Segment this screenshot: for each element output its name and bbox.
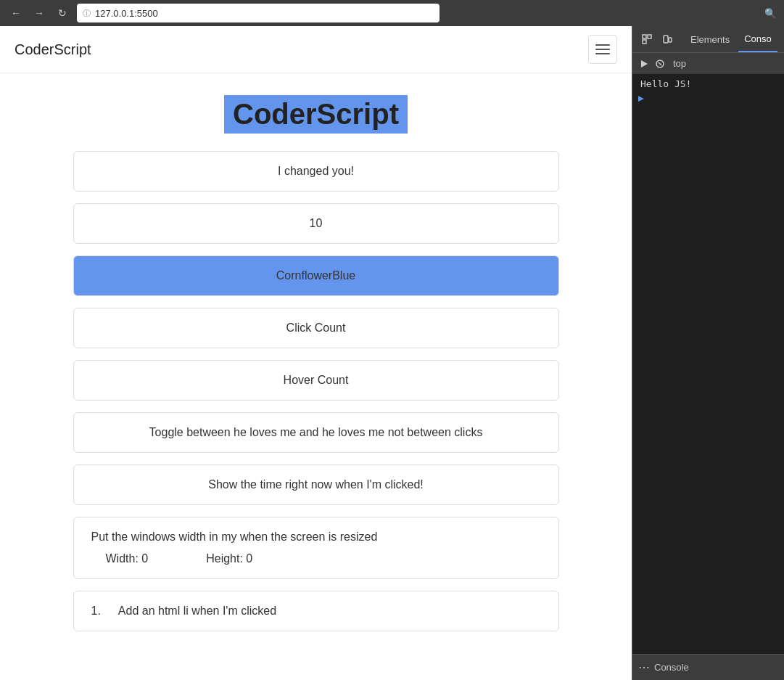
- hover-count-card[interactable]: Hover Count: [73, 360, 559, 401]
- svg-rect-1: [648, 35, 651, 38]
- browser-chrome: ← → ↻ ⓘ 127.0.0.1:5500 🔍: [0, 0, 784, 26]
- devtools-tab-icons: [638, 30, 676, 48]
- color-card[interactable]: CornflowerBlue: [73, 255, 559, 296]
- devtools-tabs: Elements Conso: [632, 26, 784, 52]
- resize-heading: Put the windows width in my when the scr…: [91, 531, 541, 544]
- top-label: top: [673, 58, 686, 69]
- hamburger-button[interactable]: [588, 35, 617, 64]
- svg-rect-0: [643, 35, 646, 38]
- hamburger-line-1: [595, 44, 610, 46]
- svg-rect-2: [643, 40, 646, 44]
- stop-button[interactable]: [654, 58, 666, 70]
- device-toggle-button[interactable]: [659, 30, 676, 48]
- inspect-element-button[interactable]: [638, 30, 656, 48]
- hamburger-line-3: [595, 53, 610, 54]
- url-text: 127.0.0.1:5500: [95, 8, 158, 19]
- click-count-card[interactable]: Click Count: [73, 308, 559, 348]
- navbar: CoderScript: [0, 26, 632, 73]
- console-caret-icon: ▸: [638, 92, 643, 104]
- browser-content: CoderScript CoderScript I changed you! 1…: [0, 26, 632, 680]
- devtools-panel: Elements Conso top He: [632, 26, 784, 680]
- time-card-content: Show the time right now when I'm clicked…: [208, 478, 424, 491]
- hover-count-content: Hover Count: [284, 374, 349, 386]
- address-bar[interactable]: ⓘ 127.0.0.1:5500: [77, 4, 440, 22]
- text-card-content: I changed you!: [278, 165, 354, 177]
- search-button[interactable]: 🔍: [764, 8, 777, 19]
- number-card-content: 10: [310, 217, 323, 229]
- page-body: CoderScript I changed you! 10 Cornflower…: [0, 73, 632, 665]
- height-value: Height: 0: [206, 552, 252, 565]
- color-card-content: CornflowerBlue: [276, 269, 355, 282]
- time-card[interactable]: Show the time right now when I'm clicked…: [73, 464, 559, 505]
- svg-rect-4: [669, 38, 672, 42]
- forward-button[interactable]: →: [30, 4, 48, 22]
- console-output: Hello JS!: [632, 77, 784, 91]
- reload-button[interactable]: ↻: [54, 4, 71, 22]
- text-card[interactable]: I changed you!: [73, 151, 559, 192]
- console-tab[interactable]: Conso: [738, 26, 777, 52]
- list-card-content: Add an html li when I'm clicked: [118, 605, 276, 618]
- toggle-card-content: Toggle between he loves me and he loves …: [149, 426, 483, 438]
- page-title: CoderScript: [224, 95, 408, 134]
- svg-rect-3: [664, 36, 668, 43]
- devtools-bottom-bar: ⋯ Console: [632, 654, 784, 680]
- more-options-button[interactable]: ⋯: [638, 660, 650, 674]
- list-card[interactable]: 1. Add an html li when I'm clicked: [73, 591, 559, 631]
- hamburger-line-2: [595, 49, 610, 50]
- resize-values: Width: 0 Height: 0: [91, 552, 541, 565]
- console-label: Console: [654, 662, 689, 673]
- play-button[interactable]: [638, 58, 650, 70]
- main-layout: CoderScript CoderScript I changed you! 1…: [0, 26, 784, 680]
- resize-card: Put the windows width in my when the scr…: [73, 517, 559, 579]
- console-prompt[interactable]: ▸: [632, 91, 784, 105]
- width-value: Width: 0: [106, 552, 149, 565]
- svg-line-7: [659, 62, 661, 65]
- number-card[interactable]: 10: [73, 203, 559, 244]
- toggle-card[interactable]: Toggle between he loves me and he loves …: [73, 412, 559, 453]
- lock-icon: ⓘ: [83, 8, 91, 19]
- svg-marker-5: [641, 60, 648, 67]
- list-number: 1.: [91, 605, 101, 618]
- navbar-brand: CoderScript: [15, 41, 91, 58]
- devtools-console: Hello JS! ▸: [632, 74, 784, 654]
- devtools-toolbar: top: [632, 52, 784, 74]
- back-button[interactable]: ←: [7, 4, 25, 22]
- elements-tab[interactable]: Elements: [685, 26, 735, 52]
- click-count-content: Click Count: [286, 321, 346, 334]
